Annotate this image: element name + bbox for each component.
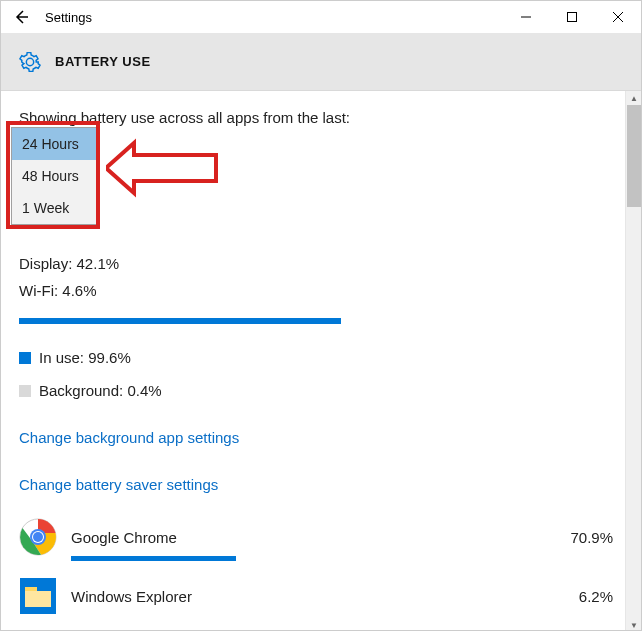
scroll-down-button[interactable]: ▼ <box>626 618 642 631</box>
background-label: Background: <box>39 382 123 399</box>
annotation-arrow-icon <box>106 133 226 203</box>
content-area: Showing battery use across all apps from… <box>1 91 641 631</box>
svg-rect-1 <box>568 13 577 22</box>
legend-inuse-swatch <box>19 352 31 364</box>
back-arrow-icon <box>12 8 30 26</box>
wifi-row: Wi-Fi: 4.6% <box>19 277 623 304</box>
maximize-button[interactable] <box>549 1 595 33</box>
page-header: BATTERY USE <box>1 33 641 91</box>
maximize-icon <box>567 12 577 22</box>
display-pct: 42.1% <box>77 255 120 272</box>
svg-rect-10 <box>25 591 51 607</box>
change-bg-apps-link[interactable]: Change background app settings <box>19 424 623 451</box>
legend-inuse: In use: 99.6% <box>19 344 623 371</box>
inuse-label: In use: <box>39 349 84 366</box>
app-name: Windows Explorer <box>71 583 543 610</box>
links: Change background app settings Change ba… <box>19 424 623 498</box>
usage-bar <box>19 318 341 324</box>
window-title: Settings <box>41 10 92 25</box>
legend-background-swatch <box>19 385 31 397</box>
wifi-pct: 4.6% <box>62 282 96 299</box>
usage-stats: Display: 42.1% Wi-Fi: 4.6% In use: 99.6% <box>19 250 623 615</box>
background-pct: 0.4% <box>127 382 161 399</box>
app-row-explorer[interactable]: Windows Explorer 6.2% <box>19 577 623 615</box>
app-row-chrome[interactable]: Google Chrome 70.9% <box>19 518 623 556</box>
app-pct: 70.9% <box>543 524 623 551</box>
inuse-pct: 99.6% <box>88 349 131 366</box>
back-button[interactable] <box>1 1 41 33</box>
app-bar-chrome <box>71 556 236 561</box>
explorer-icon <box>19 577 57 615</box>
scrollbar-thumb[interactable] <box>627 105 641 207</box>
annotation-box <box>6 121 100 229</box>
display-label: Display: <box>19 255 72 272</box>
svg-point-7 <box>33 532 43 542</box>
close-button[interactable] <box>595 1 641 33</box>
minimize-button[interactable] <box>503 1 549 33</box>
app-name: Google Chrome <box>71 524 543 551</box>
app-pct: 6.2% <box>543 583 623 610</box>
wifi-label: Wi-Fi: <box>19 282 58 299</box>
close-icon <box>613 12 623 22</box>
display-row: Display: 42.1% <box>19 250 623 277</box>
scroll-up-button[interactable]: ▲ <box>626 91 642 105</box>
vertical-scrollbar[interactable]: ▲ ▼ <box>625 91 641 631</box>
page-title: BATTERY USE <box>55 54 151 69</box>
legend: In use: 99.6% Background: 0.4% <box>19 344 623 404</box>
minimize-icon <box>521 12 531 22</box>
legend-background: Background: 0.4% <box>19 377 623 404</box>
gear-icon <box>19 51 41 73</box>
titlebar: Settings <box>1 1 641 33</box>
change-battery-saver-link[interactable]: Change battery saver settings <box>19 471 623 498</box>
intro-text: Showing battery use across all apps from… <box>19 109 623 126</box>
chrome-icon <box>19 518 57 556</box>
